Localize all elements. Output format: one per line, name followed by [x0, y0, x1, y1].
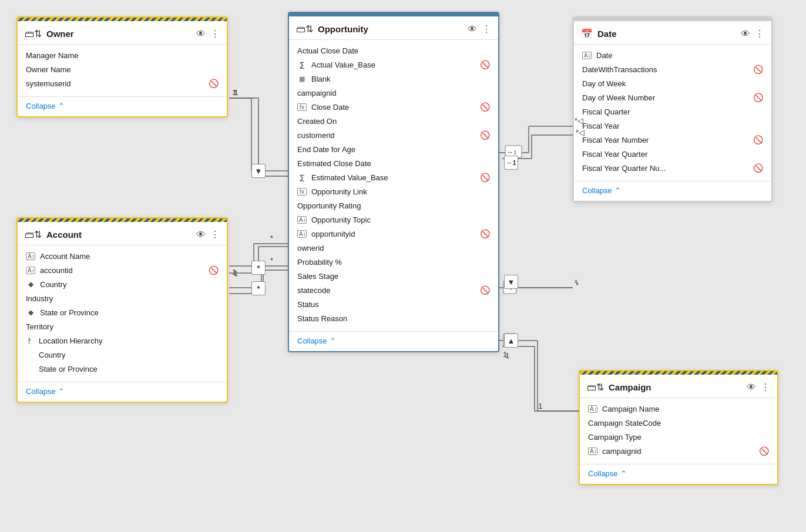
account-visibility-icon[interactable]: 👁	[196, 230, 206, 240]
az-icon: A↕	[588, 447, 597, 455]
opportunity-card-title: Opportunity	[318, 24, 463, 34]
az-icon: A↕	[297, 216, 307, 224]
list-item: ◆ Country	[18, 277, 227, 291]
hidden-icon: 🚫	[480, 229, 490, 238]
globe-icon: ◆	[26, 308, 35, 316]
list-item: ∑ Actual Value_Base 🚫	[289, 58, 498, 72]
list-item: Country	[18, 348, 227, 362]
collapse-chevron-icon: ⌃	[330, 336, 336, 345]
campaign-card-title: Campaign	[609, 382, 742, 392]
az-icon: A↕	[588, 405, 597, 413]
svg-text:*: *	[270, 256, 273, 265]
account-card: 🗃⇅ Account 👁 ⋮ A↕ Account Name A↕ accoun…	[16, 217, 228, 403]
list-item: Fiscal Year	[574, 119, 771, 133]
list-item: A↕ Opportunity Topic	[289, 213, 498, 227]
list-item: Probability %	[289, 255, 498, 269]
list-item: Fiscal Quarter	[574, 105, 771, 119]
table-icon: ▦	[297, 75, 307, 83]
account-table-icon: 🗃⇅	[25, 229, 42, 240]
list-item: Industry	[18, 291, 227, 305]
list-item: fx Opportunity Link	[289, 184, 498, 198]
list-item: ownerid	[289, 241, 498, 255]
fx-icon: fx	[297, 188, 307, 196]
list-item: campaignid	[289, 86, 498, 100]
list-item: Campaign StateCode	[580, 416, 777, 430]
owner-table-icon: 🗃⇅	[25, 28, 42, 39]
list-item: A↕ Date	[574, 48, 771, 62]
svg-text:*: *	[270, 234, 273, 243]
az-icon: A↕	[582, 52, 592, 59]
az-icon: A↕	[26, 267, 35, 274]
list-item: Status	[289, 297, 498, 311]
list-item: ∑ Estimated Value_Base 🚫	[289, 170, 498, 184]
collapse-chevron-icon: ⌃	[58, 102, 65, 110]
list-item: Manager Name	[18, 48, 227, 62]
account-card-title: Account	[46, 230, 192, 240]
svg-text:↔1: ↔1	[507, 149, 517, 156]
list-item: Day of Week Number 🚫	[574, 90, 771, 105]
owner-menu-icon[interactable]: ⋮	[210, 28, 220, 39]
list-item: Day of Week	[574, 76, 771, 90]
list-item: Created On	[289, 114, 498, 128]
list-item: systemuserid 🚫	[18, 76, 227, 90]
collapse-label: Collapse	[582, 186, 612, 195]
list-item: ◆ State or Province	[18, 305, 227, 319]
collapse-label: Collapse	[26, 387, 56, 396]
hidden-icon: 🚫	[480, 130, 490, 140]
hidden-icon: 🚫	[209, 265, 219, 275]
list-item: A↕ accountid 🚫	[18, 263, 227, 277]
opportunity-menu-icon[interactable]: ⋮	[482, 23, 491, 35]
date-collapse-button[interactable]: Collapse ⌃	[582, 186, 763, 195]
list-item: A↕ opportunityid 🚫	[289, 227, 498, 241]
hidden-icon: 🚫	[209, 79, 219, 88]
opportunity-table-icon: 🗃⇅	[296, 23, 313, 35]
list-item: Status Reason	[289, 311, 498, 325]
hidden-icon: 🚫	[759, 446, 769, 456]
account-collapse-button[interactable]: Collapse ⌃	[26, 387, 219, 396]
opportunity-collapse-button[interactable]: Collapse ⌃	[297, 336, 490, 345]
az-icon: A↕	[297, 230, 307, 238]
globe-icon: ◆	[26, 280, 35, 288]
hidden-icon: 🚫	[480, 285, 490, 295]
date-card: 📅 Date 👁 ⋮ A↕ Date DateWithTransactions …	[573, 16, 773, 202]
hidden-icon: 🚫	[753, 93, 763, 102]
campaign-collapse-button[interactable]: Collapse ⌃	[588, 469, 769, 478]
date-table-icon: 📅	[581, 28, 593, 39]
account-menu-icon[interactable]: ⋮	[210, 229, 220, 240]
owner-visibility-icon[interactable]: 👁	[196, 29, 206, 39]
list-item: Estimated Close Date	[289, 156, 498, 170]
opportunity-visibility-icon[interactable]: 👁	[468, 24, 477, 35]
svg-text:1: 1	[505, 351, 509, 360]
list-item: ▦ Blank	[289, 72, 498, 86]
collapse-label: Collapse	[26, 102, 56, 110]
collapse-chevron-icon: ⌃	[620, 469, 627, 478]
list-item: State or Province	[18, 362, 227, 376]
list-item: Campaign Type	[580, 430, 777, 444]
owner-collapse-button[interactable]: Collapse ⌃	[26, 102, 219, 110]
campaign-visibility-icon[interactable]: 👁	[747, 382, 756, 393]
sigma-icon: ∑	[297, 60, 307, 69]
fx-icon: fx	[297, 103, 307, 111]
list-item: Fiscal Year Number 🚫	[574, 133, 771, 147]
list-item: A↕ Campaign Name	[580, 402, 777, 416]
owner-card: 🗃⇅ Owner 👁 ⋮ Manager Name Owner Name sys…	[16, 16, 228, 117]
hierarchy-icon: ⺘	[26, 336, 35, 345]
list-item: Actual Close Date	[289, 43, 498, 58]
date-menu-icon[interactable]: ⋮	[755, 28, 764, 39]
list-item: fx Close Date 🚫	[289, 100, 498, 114]
az-icon: A↕	[26, 252, 35, 260]
hidden-icon: 🚫	[753, 65, 763, 74]
campaign-menu-icon[interactable]: ⋮	[761, 382, 770, 393]
collapse-label: Collapse	[297, 336, 327, 345]
opportunity-card: 🗃⇅ Opportunity 👁 ⋮ Actual Close Date ∑ A…	[288, 12, 499, 352]
list-item: DateWithTransactions 🚫	[574, 62, 771, 76]
list-item: Territory	[18, 319, 227, 334]
date-card-title: Date	[597, 29, 736, 39]
list-item: A↕ campaignid 🚫	[580, 444, 777, 458]
campaign-table-icon: 🗃⇅	[587, 382, 604, 393]
collapse-label: Collapse	[588, 469, 618, 478]
list-item: ⺘ Location Hierarchy	[18, 334, 227, 348]
date-visibility-icon[interactable]: 👁	[741, 29, 750, 39]
list-item: Sales Stage	[289, 269, 498, 283]
hidden-icon: 🚫	[480, 173, 490, 182]
